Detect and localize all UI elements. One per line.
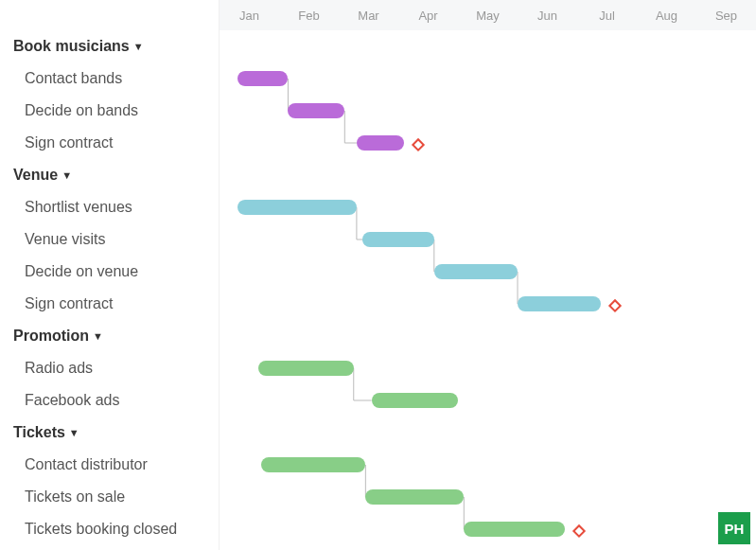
group-label: Book musicians	[13, 38, 130, 55]
group-label: Venue	[13, 167, 58, 184]
group-header[interactable]: Venue▼	[13, 159, 219, 191]
gantt-bar[interactable]	[261, 457, 365, 472]
milestone-icon	[572, 524, 586, 538]
gantt-bar[interactable]	[434, 264, 518, 279]
gantt-chart	[220, 30, 756, 550]
caret-down-icon: ▼	[133, 41, 144, 52]
gantt-bar[interactable]	[362, 232, 434, 247]
dependency-connector	[354, 368, 372, 400]
caret-down-icon: ▼	[93, 330, 103, 342]
gantt-bar[interactable]	[518, 296, 601, 311]
dependency-connector	[357, 207, 362, 240]
gantt-bar[interactable]	[237, 71, 289, 86]
caret-down-icon: ▼	[69, 427, 79, 438]
group-label: Promotion	[13, 328, 89, 345]
dependency-connector	[344, 111, 357, 143]
gantt-bar[interactable]	[288, 103, 344, 118]
milestone-icon	[608, 299, 622, 312]
month-label: Aug	[656, 9, 677, 23]
month-label: Jul	[599, 9, 615, 23]
caret-down-icon: ▼	[62, 169, 72, 181]
group-header[interactable]: Book musicians▼	[13, 30, 219, 62]
month-label: Jun	[537, 9, 557, 23]
gantt-bar[interactable]	[464, 522, 565, 537]
month-label: Feb	[298, 9, 319, 23]
gantt-bar[interactable]	[258, 361, 354, 376]
task-label[interactable]: Facebook ads	[13, 384, 219, 417]
task-label[interactable]: Contact bands	[13, 62, 219, 95]
gantt-bar[interactable]	[237, 200, 357, 215]
group-label: Tickets	[13, 424, 65, 441]
month-label: Apr	[418, 9, 437, 23]
milestone-icon	[412, 138, 425, 151]
ph-badge: PH	[718, 512, 750, 544]
task-label[interactable]: Shortlist venues	[13, 191, 219, 223]
gantt-bar[interactable]	[357, 135, 404, 151]
task-label[interactable]: Decide on venue	[13, 256, 219, 288]
task-sidebar: Book musicians▼Contact bandsDecide on ba…	[0, 0, 220, 550]
task-label[interactable]: Contact distributor	[13, 449, 219, 481]
task-label[interactable]: Sign contract	[13, 127, 219, 159]
gantt-bar[interactable]	[365, 489, 464, 505]
task-label[interactable]: Decide on bands	[13, 95, 219, 127]
task-label[interactable]: Tickets booking closed	[13, 513, 219, 545]
task-label[interactable]: Radio ads	[13, 352, 219, 384]
month-label: May	[476, 9, 500, 23]
task-label[interactable]: Sign contract	[13, 288, 219, 320]
group-header[interactable]: Tickets▼	[13, 417, 219, 449]
month-label: Jan	[239, 9, 259, 23]
gantt-bar[interactable]	[372, 393, 458, 408]
month-header: JanFebMarAprMayJunJulAugSep	[220, 0, 756, 30]
task-label[interactable]: Venue visits	[13, 223, 219, 256]
timeline-area: JanFebMarAprMayJunJulAugSep	[220, 0, 756, 550]
task-label[interactable]: Tickets on sale	[13, 481, 219, 513]
month-label: Sep	[715, 9, 737, 23]
group-header[interactable]: Promotion▼	[13, 320, 219, 352]
month-label: Mar	[358, 9, 378, 23]
